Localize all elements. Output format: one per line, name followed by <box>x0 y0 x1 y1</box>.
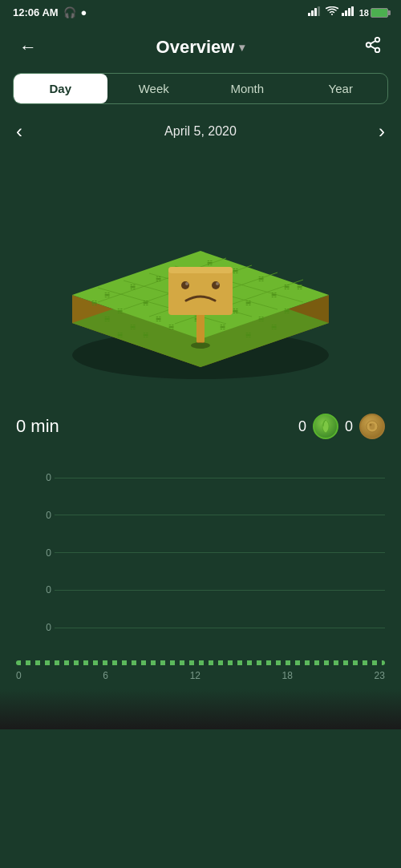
svg-text:𝌢: 𝌢 <box>271 324 277 331</box>
svg-text:𝌢: 𝌢 <box>117 332 123 339</box>
page-title: Overview ▾ <box>156 37 245 58</box>
svg-rect-6 <box>348 8 350 16</box>
brown-coin-count: 0 <box>345 418 353 435</box>
brown-coin-icon <box>359 414 385 439</box>
svg-rect-7 <box>351 6 354 16</box>
svg-text:𝌢: 𝌢 <box>104 316 110 323</box>
time-label: 12:06 AM <box>13 6 59 18</box>
svg-text:𝌢: 𝌢 <box>104 292 110 299</box>
svg-point-62 <box>212 281 220 289</box>
svg-text:𝌢: 𝌢 <box>143 300 148 307</box>
tab-month[interactable]: Month <box>200 74 294 103</box>
coins-display: 0 0 <box>298 414 385 439</box>
wifi-icon <box>326 6 338 18</box>
svg-point-63 <box>185 282 188 285</box>
spotify-icon: ● <box>81 6 87 18</box>
svg-rect-5 <box>345 10 347 16</box>
grid-line-2: 0 <box>35 510 385 521</box>
tab-week[interactable]: Week <box>107 74 201 103</box>
status-left: 12:06 AM 🎧 ● <box>13 6 87 18</box>
chart-wrapper: 0 0 0 0 0 <box>16 452 385 660</box>
tab-day[interactable]: Day <box>14 74 107 103</box>
svg-text:𝌢: 𝌢 <box>156 276 161 283</box>
svg-rect-1 <box>311 10 314 16</box>
svg-point-61 <box>181 281 189 289</box>
next-date-button[interactable]: › <box>379 120 385 143</box>
tab-bar: Day Week Month Year <box>13 73 388 104</box>
svg-text:𝌢: 𝌢 <box>233 268 238 275</box>
x-label-23: 23 <box>375 670 385 681</box>
svg-rect-59 <box>168 267 233 315</box>
svg-text:𝌢: 𝌢 <box>245 332 251 339</box>
svg-text:𝌢: 𝌢 <box>233 308 238 315</box>
svg-text:𝌢: 𝌢 <box>117 308 123 315</box>
green-coin-icon <box>313 414 338 439</box>
x-label-0: 0 <box>16 670 22 681</box>
svg-rect-2 <box>314 8 317 16</box>
svg-point-67 <box>370 424 372 426</box>
svg-text:𝌢: 𝌢 <box>297 284 302 291</box>
headphone-icon: 🎧 <box>63 6 76 18</box>
x-label-6: 6 <box>103 670 108 681</box>
chart-area: 0 0 0 0 0 <box>0 452 401 660</box>
x-label-18: 18 <box>282 670 293 681</box>
svg-text:𝌢: 𝌢 <box>130 284 136 291</box>
prev-date-button[interactable]: ‹ <box>16 120 22 143</box>
svg-text:𝌢: 𝌢 <box>284 308 290 315</box>
svg-text:𝌢: 𝌢 <box>168 324 174 331</box>
x-axis-labels: 0 6 12 18 23 <box>0 665 401 681</box>
title-chevron: ▾ <box>239 41 245 54</box>
svg-text:𝌢: 𝌢 <box>130 324 136 331</box>
stats-row: 0 min 0 0 <box>0 407 401 452</box>
grid-line-1: 0 <box>35 472 385 483</box>
svg-rect-3 <box>318 6 320 16</box>
svg-point-64 <box>216 282 219 285</box>
battery-icon: 18 <box>359 8 388 18</box>
grid-line-3: 0 <box>35 547 385 559</box>
status-right: 18 <box>308 6 388 18</box>
grid-line-5: 0 <box>35 622 385 633</box>
svg-text:𝌢: 𝌢 <box>245 300 251 307</box>
svg-text:𝌢: 𝌢 <box>143 332 148 339</box>
svg-line-12 <box>371 41 375 44</box>
svg-rect-0 <box>308 13 310 16</box>
back-button[interactable]: ← <box>16 34 40 61</box>
signal2-icon <box>342 6 356 18</box>
grid-line-4: 0 <box>35 584 385 595</box>
bottom-fade <box>0 689 401 729</box>
green-coin-count: 0 <box>298 418 306 435</box>
garden-container: 𝌢 𝌢 𝌢 𝌢 𝌢 𝌢 𝌢 𝌢 𝌢 𝌢 𝌢 𝌢 𝌢 𝌢 𝌢 𝌢 𝌢 𝌢 𝌢 𝌢 … <box>0 151 401 407</box>
x-label-12: 12 <box>190 670 200 681</box>
svg-point-65 <box>191 342 210 349</box>
garden-illustration: 𝌢 𝌢 𝌢 𝌢 𝌢 𝌢 𝌢 𝌢 𝌢 𝌢 𝌢 𝌢 𝌢 𝌢 𝌢 𝌢 𝌢 𝌢 𝌢 𝌢 … <box>56 163 345 387</box>
tab-year[interactable]: Year <box>294 74 388 103</box>
svg-text:𝌢: 𝌢 <box>284 284 290 291</box>
svg-text:𝌢: 𝌢 <box>220 324 225 331</box>
date-navigator: ‹ April 5, 2020 › <box>0 117 401 151</box>
svg-text:𝌢: 𝌢 <box>271 292 277 299</box>
svg-rect-60 <box>168 267 233 273</box>
status-bar: 12:06 AM 🎧 ● <box>0 0 401 25</box>
signal-icon <box>308 6 322 18</box>
svg-line-11 <box>371 46 375 49</box>
svg-text:𝌢: 𝌢 <box>258 316 264 323</box>
svg-rect-4 <box>342 13 344 16</box>
svg-text:𝌢: 𝌢 <box>258 276 264 283</box>
svg-text:𝌢: 𝌢 <box>91 300 97 307</box>
session-time: 0 min <box>16 416 289 437</box>
share-button[interactable] <box>361 33 385 62</box>
top-nav: ← Overview ▾ <box>0 25 401 73</box>
current-date-label: April 5, 2020 <box>164 124 237 139</box>
svg-text:𝌢: 𝌢 <box>156 316 161 323</box>
svg-text:𝌢: 𝌢 <box>207 260 213 267</box>
